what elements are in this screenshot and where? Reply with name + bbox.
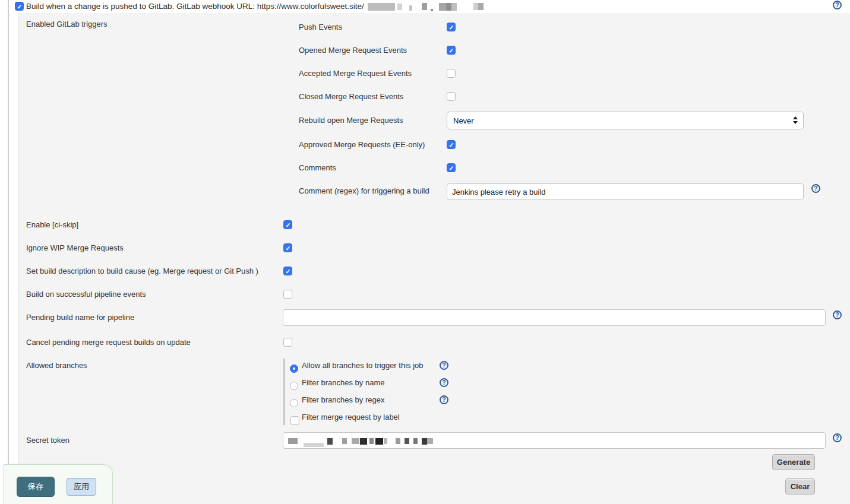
build-description-label: Set build description to build cause (eg…: [26, 267, 258, 275]
pending-build-name-help-icon[interactable]: ?: [833, 310, 842, 319]
rebuild-open-mr-label: Rebuild open Merge Requests: [299, 116, 403, 125]
closed-mr-events-label: Closed Merge Request Events: [299, 92, 403, 101]
gitlab-trigger-config-page: Build when a change is pushed to GitLab.…: [0, 0, 850, 504]
cancel-pending-checkbox[interactable]: [283, 338, 292, 347]
filter-branches-regex-radio[interactable]: [290, 399, 298, 407]
filter-mr-label-checkbox[interactable]: [290, 416, 299, 425]
secret-token-input[interactable]: [283, 432, 826, 449]
filter-branches-name-radio[interactable]: [290, 382, 298, 390]
clear-button[interactable]: Clear: [785, 478, 815, 495]
ignore-wip-label: Ignore WIP Merge Requests: [26, 243, 124, 252]
push-events-label: Push Events: [299, 23, 342, 31]
ci-skip-label: Enable [ci-skip]: [26, 220, 78, 229]
comments-checkbox[interactable]: [447, 163, 456, 172]
trigger-help-icon[interactable]: ?: [833, 1, 842, 9]
pending-build-name-label: Pending build name for pipeline: [26, 313, 134, 322]
ignore-wip-checkbox[interactable]: [283, 243, 292, 252]
comments-label: Comments: [299, 163, 336, 172]
opened-mr-events-checkbox[interactable]: [447, 46, 456, 55]
rebuild-open-mr-select[interactable]: Never: [447, 112, 804, 129]
enabled-triggers-section-label: Enabled GitLab triggers: [26, 20, 108, 28]
successful-pipeline-checkbox[interactable]: [283, 290, 292, 299]
filter-branches-name-label: Filter branches by name: [302, 378, 384, 387]
rebuild-open-mr-selected-value: Never: [453, 116, 474, 125]
comment-regex-input[interactable]: [447, 183, 804, 200]
pending-build-name-input[interactable]: [283, 309, 826, 326]
allow-all-branches-radio[interactable]: [290, 364, 298, 373]
webhook-url-redaction: [364, 3, 484, 11]
comment-regex-label: Comment (regex) for triggering a build: [299, 186, 429, 195]
secret-token-redaction: [288, 433, 433, 449]
allow-all-branches-help-icon[interactable]: ?: [440, 361, 448, 370]
allowed-branches-label: Allowed branches: [26, 361, 87, 370]
secret-token-label: Secret token: [26, 436, 69, 445]
section-indent-rule: [8, 0, 9, 504]
opened-mr-events-label: Opened Merge Request Events: [299, 46, 407, 55]
accepted-mr-events-label: Accepted Merge Request Events: [299, 69, 412, 78]
filter-mr-label-label: Filter merge request by label: [302, 413, 400, 421]
approved-mr-checkbox[interactable]: [447, 140, 456, 149]
push-events-checkbox[interactable]: [447, 23, 456, 31]
filter-branches-regex-help-icon[interactable]: ?: [440, 395, 448, 404]
accepted-mr-events-checkbox[interactable]: [447, 69, 456, 78]
ci-skip-checkbox[interactable]: [283, 220, 292, 229]
build-description-checkbox[interactable]: [283, 267, 292, 275]
filter-branches-regex-label: Filter branches by regex: [302, 395, 384, 404]
config-section-background: [18, 13, 850, 504]
select-stepper-icon: [793, 116, 798, 124]
allow-all-branches-label: Allow all branches to trigger this job: [302, 361, 424, 370]
build-trigger-checkbox[interactable]: [15, 2, 24, 11]
trigger-title-text: Build when a change is pushed to GitLab.…: [26, 2, 364, 11]
save-button[interactable]: 保存: [17, 477, 55, 497]
cancel-pending-label: Cancel pending merge request builds on u…: [26, 338, 191, 347]
successful-pipeline-label: Build on successful pipeline events: [26, 290, 146, 299]
approved-mr-label: Approved Merge Requests (EE-only): [299, 140, 425, 149]
trigger-title-label: Build when a change is pushed to GitLab.…: [26, 2, 484, 11]
generate-button[interactable]: Generate: [772, 454, 815, 470]
closed-mr-events-checkbox[interactable]: [447, 92, 456, 101]
filter-branches-name-help-icon[interactable]: ?: [440, 378, 448, 387]
apply-button[interactable]: 应用: [67, 478, 96, 496]
radio-group-rule: [283, 359, 285, 425]
secret-token-help-icon[interactable]: ?: [833, 433, 842, 442]
comment-regex-help-icon[interactable]: ?: [811, 184, 820, 193]
